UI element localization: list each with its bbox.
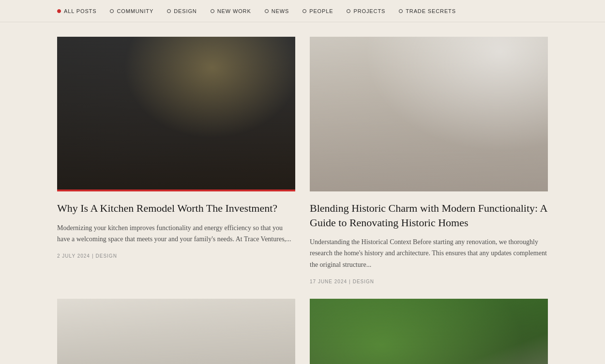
- post-image-4: [310, 299, 548, 364]
- post-card-2[interactable]: Blending Historic Charm with Modern Func…: [310, 37, 548, 284]
- posts-grid: Why Is A Kitchen Remodel Worth The Inves…: [0, 22, 605, 364]
- nav-label-design: DESIGN: [174, 8, 197, 14]
- nav-label-projects: PROJECTS: [353, 8, 385, 14]
- nav-item-new-work[interactable]: NEW WORK: [211, 8, 251, 14]
- post-excerpt-1: Modernizing your kitchen improves functi…: [57, 222, 295, 245]
- post-content-2: Blending Historic Charm with Modern Func…: [310, 191, 548, 284]
- post-card-4[interactable]: [310, 299, 548, 364]
- nav-dot-people: [302, 9, 306, 13]
- nav-item-projects[interactable]: PROJECTS: [347, 8, 385, 14]
- post-image-2: [310, 37, 548, 191]
- post-date-1: 2 JULY 2024: [57, 253, 90, 259]
- nav-dot-news: [265, 9, 269, 13]
- post-card-1[interactable]: Why Is A Kitchen Remodel Worth The Inves…: [57, 37, 295, 284]
- post-title-1: Why Is A Kitchen Remodel Worth The Inves…: [57, 201, 295, 216]
- nav-dot-design: [167, 9, 171, 13]
- nav-item-trade-secrets[interactable]: TRADE SECRETS: [399, 8, 456, 14]
- post-card-3[interactable]: [57, 299, 295, 364]
- nav-label-people: PEOPLE: [309, 8, 333, 14]
- post-date-2: 17 JUNE 2024: [310, 279, 347, 284]
- post-image-1: [57, 37, 295, 191]
- post-meta-2: 17 JUNE 2024|DESIGN: [310, 279, 548, 284]
- navigation-bar: ALL POSTSCOMMUNITYDESIGNNEW WORKNEWSPEOP…: [0, 0, 605, 22]
- post-image-3: [57, 299, 295, 364]
- post-category-1: DESIGN: [96, 253, 117, 259]
- nav-dot-all-posts: [57, 9, 61, 13]
- nav-label-news: NEWS: [272, 8, 289, 14]
- post-category-2: DESIGN: [353, 279, 374, 284]
- nav-label-new-work: NEW WORK: [217, 8, 251, 14]
- nav-dot-new-work: [211, 9, 214, 13]
- nav-item-community[interactable]: COMMUNITY: [110, 8, 153, 14]
- nav-item-all-posts[interactable]: ALL POSTS: [57, 8, 96, 14]
- nav-label-community: COMMUNITY: [117, 8, 153, 14]
- nav-label-all-posts: ALL POSTS: [64, 8, 96, 14]
- nav-dot-projects: [347, 9, 350, 13]
- post-meta-separator-1: |: [92, 253, 94, 259]
- nav-label-trade-secrets: TRADE SECRETS: [406, 8, 456, 14]
- nav-item-people[interactable]: PEOPLE: [302, 8, 333, 14]
- nav-dot-community: [110, 9, 114, 13]
- nav-item-design[interactable]: DESIGN: [167, 8, 197, 14]
- post-meta-1: 2 JULY 2024|DESIGN: [57, 253, 295, 259]
- nav-item-news[interactable]: NEWS: [265, 8, 289, 14]
- post-excerpt-2: Understanding the Historical Context Bef…: [310, 236, 548, 270]
- post-title-2: Blending Historic Charm with Modern Func…: [310, 201, 548, 230]
- post-meta-separator-2: |: [349, 279, 351, 284]
- nav-dot-trade-secrets: [399, 9, 403, 13]
- post-content-1: Why Is A Kitchen Remodel Worth The Inves…: [57, 191, 295, 259]
